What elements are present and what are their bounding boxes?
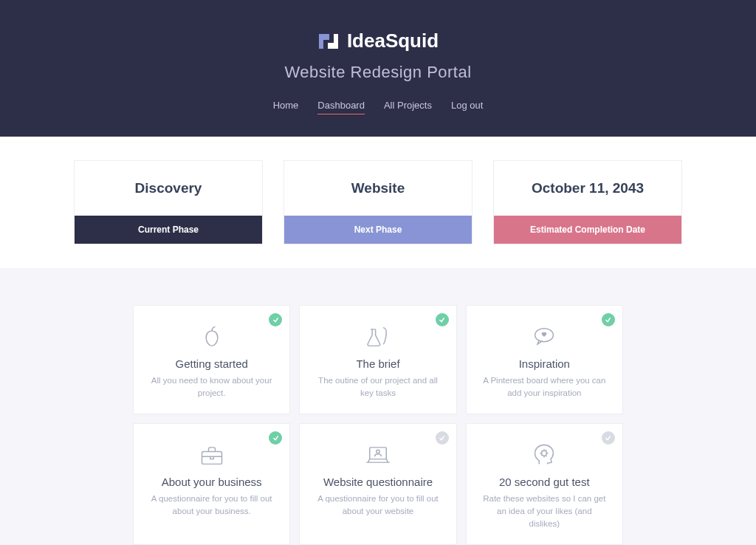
task-title: 20 second gut test — [483, 476, 606, 488]
status-value: Discovery — [75, 161, 262, 216]
heart-bubble-icon — [483, 325, 606, 349]
apple-icon — [150, 325, 273, 349]
laptop-user-icon — [316, 443, 439, 467]
page-title: Website Redesign Portal — [0, 63, 756, 82]
status-label: Next Phase — [284, 216, 472, 244]
task-description: Rate these websites so I can get an idea… — [483, 493, 606, 529]
status-section: Discovery Current Phase Website Next Pha… — [0, 137, 756, 268]
status-card-current-phase: Discovery Current Phase — [74, 160, 263, 244]
status-label: Estimated Completion Date — [494, 216, 681, 244]
task-card[interactable]: 20 second gut testRate these websites so… — [466, 423, 623, 545]
task-card[interactable]: Getting startedAll you need to know abou… — [133, 305, 290, 414]
nav-all-projects[interactable]: All Projects — [384, 100, 432, 114]
task-description: A questionnaire for you to fill out abou… — [316, 493, 439, 517]
check-badge-pending-icon — [436, 431, 449, 445]
task-card[interactable]: Website questionnaireA questionnaire for… — [299, 423, 456, 545]
brand-name: IdeaSquid — [347, 30, 439, 52]
status-value: Website — [284, 161, 472, 216]
task-description: The outine of our project and all key ta… — [316, 374, 439, 399]
task-card[interactable]: About your businessA questionnaire for y… — [133, 423, 290, 545]
tasks-section: Getting startedAll you need to know abou… — [0, 268, 756, 545]
task-card[interactable]: The briefThe outine of our project and a… — [299, 305, 456, 414]
task-card[interactable]: InspirationA Pinterest board where you c… — [466, 305, 623, 414]
nav-log-out[interactable]: Log out — [451, 100, 483, 114]
task-title: About your business — [150, 476, 273, 488]
task-title: Inspiration — [483, 357, 606, 370]
task-description: A questionnaire for you to fill out abou… — [150, 493, 273, 517]
header: IdeaSquid Website Redesign Portal Home D… — [0, 0, 756, 137]
main-nav: Home Dashboard All Projects Log out — [0, 100, 756, 114]
task-title: Website questionnaire — [316, 476, 439, 488]
task-title: The brief — [316, 357, 439, 370]
status-card-next-phase: Website Next Phase — [284, 160, 472, 244]
check-badge-done-icon — [436, 313, 449, 326]
briefcase-icon — [150, 443, 273, 467]
flask-leaf-icon — [316, 325, 439, 349]
nav-dashboard[interactable]: Dashboard — [317, 100, 365, 114]
task-description: A Pinterest board where you can add your… — [483, 374, 606, 399]
nav-home[interactable]: Home — [273, 100, 299, 114]
status-value: October 11, 2043 — [494, 161, 681, 216]
check-badge-done-icon — [269, 431, 282, 445]
status-card-completion-date: October 11, 2043 Estimated Completion Da… — [493, 160, 682, 244]
head-gear-icon — [483, 443, 606, 467]
check-badge-done-icon — [602, 313, 615, 326]
status-label: Current Phase — [75, 216, 262, 244]
logo: IdeaSquid — [0, 30, 756, 52]
task-description: All you need to know about your project. — [150, 374, 273, 399]
check-badge-done-icon — [269, 313, 282, 326]
check-badge-pending-icon — [602, 431, 615, 445]
task-title: Getting started — [150, 357, 273, 370]
logo-icon — [317, 32, 340, 50]
